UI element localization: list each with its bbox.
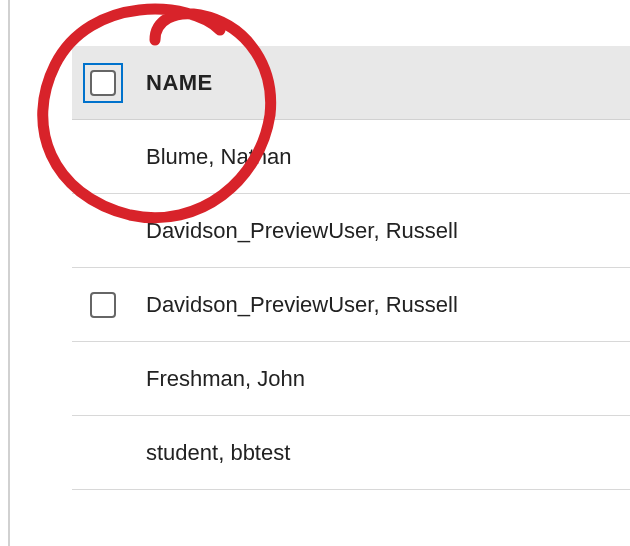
header-checkbox-cell <box>72 46 134 119</box>
table-row[interactable]: Blume, Nathan <box>72 120 630 194</box>
user-name: Davidson_PreviewUser, Russell <box>134 292 458 318</box>
row-checkbox-cell <box>72 120 134 193</box>
user-name: Blume, Nathan <box>134 144 292 170</box>
row-checkbox-cell <box>72 194 134 267</box>
table-header-row: NAME <box>72 46 630 120</box>
table-row[interactable]: Davidson_PreviewUser, Russell <box>72 268 630 342</box>
row-select-checkbox[interactable] <box>90 292 116 318</box>
table-row[interactable]: student, bbtest <box>72 416 630 490</box>
user-name: Davidson_PreviewUser, Russell <box>134 218 458 244</box>
row-checkbox-cell <box>72 342 134 415</box>
left-border-divider <box>8 0 10 546</box>
user-name: student, bbtest <box>134 440 290 466</box>
user-table: NAME Blume, Nathan Davidson_PreviewUser,… <box>72 46 630 490</box>
table-row[interactable]: Freshman, John <box>72 342 630 416</box>
row-checkbox-cell <box>72 416 134 489</box>
select-all-focus-ring <box>83 63 123 103</box>
user-name: Freshman, John <box>134 366 305 392</box>
name-column-header[interactable]: NAME <box>134 70 213 96</box>
table-row[interactable]: Davidson_PreviewUser, Russell <box>72 194 630 268</box>
row-checkbox-cell <box>72 268 134 341</box>
select-all-checkbox[interactable] <box>90 70 116 96</box>
